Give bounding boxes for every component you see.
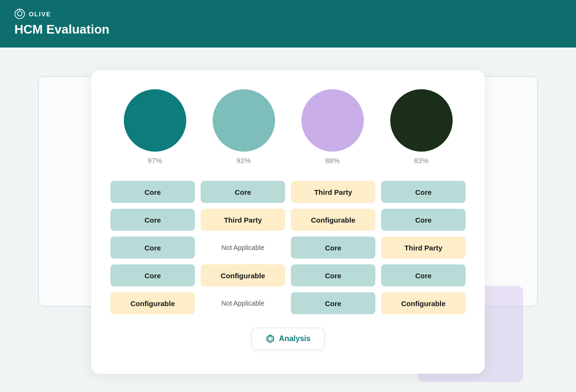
circle-col-3: 88% [294,89,371,173]
tag-r4-c0: Configurable [110,292,195,314]
main-card: 97% 92% 88% 83% CoreCoreThird PartyCoreC… [91,70,485,374]
circle-2 [213,89,275,152]
tag-r1-c1: Third Party [201,209,285,231]
tag-r3-c3: Core [381,264,466,286]
olive-logo-icon [14,9,25,19]
tag-r3-c1: Configurable [201,264,285,286]
tag-r1-c3: Core [381,209,466,231]
tag-r0-c3: Core [381,181,466,203]
analysis-icon [265,334,275,344]
main-area: 97% 92% 88% 83% CoreCoreThird PartyCoreC… [0,48,576,392]
tag-r0-c1: Core [201,181,285,203]
analysis-button[interactable]: Analysis [252,328,324,350]
tag-r1-c2: Configurable [291,209,375,231]
logo-row: OLIVE [14,9,562,19]
tags-grid: CoreCoreThird PartyCoreCoreThird PartyCo… [110,181,466,314]
tag-r4-c2: Core [291,292,375,314]
percent-4: 83% [414,156,428,165]
tag-r4-c1: Not Applicable [201,292,285,314]
svg-marker-1 [17,11,22,16]
tag-r2-c1: Not Applicable [201,237,285,259]
percent-3: 88% [325,156,339,165]
circle-col-2: 92% [205,89,282,173]
tag-r1-c0: Core [110,209,195,231]
tag-r2-c2: Core [291,237,375,259]
logo-text: OLIVE [29,11,51,18]
analysis-label: Analysis [279,334,311,343]
header: OLIVE HCM Evaluation [0,0,576,48]
percent-1: 97% [147,156,162,165]
tag-r3-c0: Core [110,264,195,286]
analysis-btn-wrapper: Analysis [110,328,466,350]
circle-col-4: 83% [383,89,460,173]
circles-row: 97% 92% 88% 83% [110,89,466,173]
svg-marker-4 [268,336,272,341]
tag-r0-c2: Third Party [291,181,375,203]
tag-r4-c3: Configurable [381,292,466,314]
page-title: HCM Evaluation [14,22,562,37]
tag-r0-c0: Core [110,181,195,203]
tag-r2-c0: Core [110,237,195,259]
circle-4 [390,89,453,152]
tag-r3-c2: Core [291,264,375,286]
circle-1 [124,89,186,152]
percent-2: 92% [236,156,251,165]
circle-3 [301,89,364,152]
tag-r2-c3: Third Party [381,237,466,259]
circle-col-1: 97% [117,89,193,173]
